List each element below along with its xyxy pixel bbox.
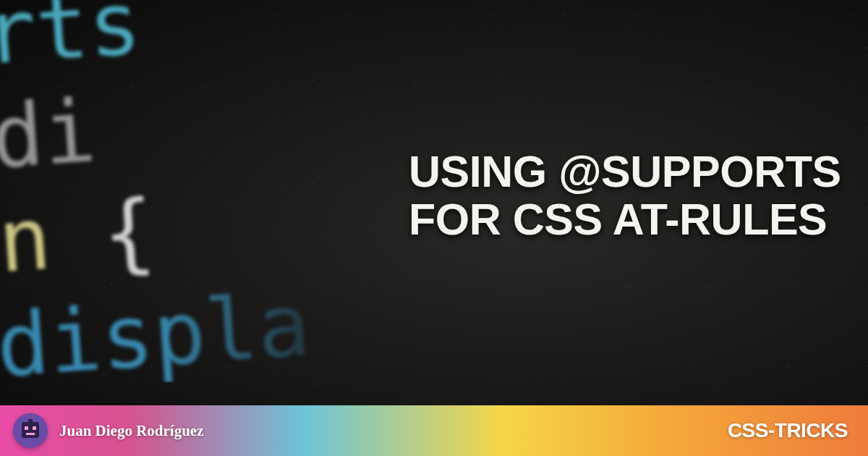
title-line-1: USING @SUPPORTS [409,147,841,196]
social-card: orts (di in { displa USING @SUPPORTS FOR… [0,0,868,456]
svg-rect-0 [22,422,39,438]
author-name: Juan Diego Rodríguez [59,422,204,440]
author-avatar [13,413,48,448]
footer-bar: Juan Diego Rodríguez CSS-TRICKS [0,405,868,456]
svg-rect-2 [33,426,36,430]
robot-icon [17,418,43,444]
svg-rect-1 [25,426,28,430]
title-line-2: FOR CSS AT-RULES [409,195,827,244]
svg-rect-4 [28,419,33,423]
author-block: Juan Diego Rodríguez [13,413,204,448]
svg-rect-3 [26,433,35,435]
site-logo-text: CSS-TRICKS [728,419,848,442]
article-title: USING @SUPPORTS FOR CSS AT-RULES [409,148,843,244]
